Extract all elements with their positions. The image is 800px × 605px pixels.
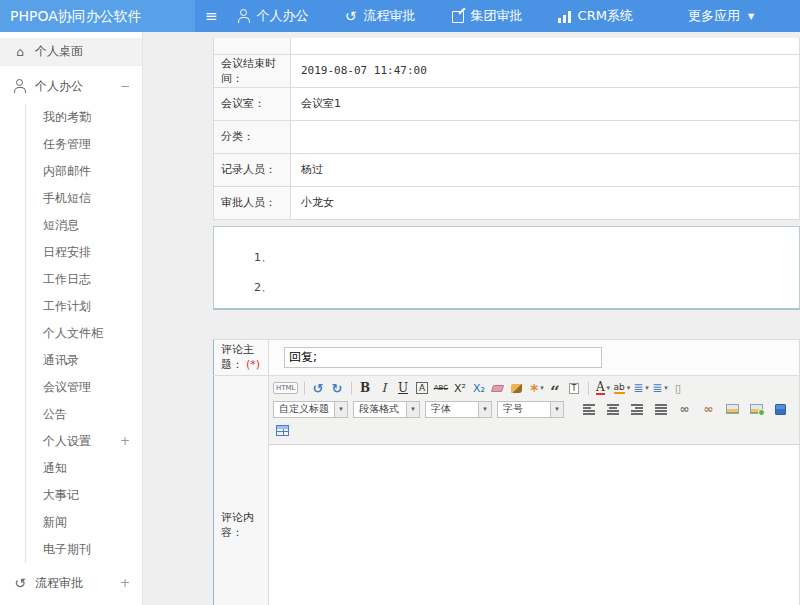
sidebar-item-major-events[interactable]: 大事记 <box>26 482 142 509</box>
field-value: 杨过 <box>291 153 800 186</box>
field-value <box>291 38 800 54</box>
sidebar-item-personal-settings[interactable]: 个人设置 + <box>26 428 142 455</box>
blockquote-icon[interactable]: “ <box>546 379 565 397</box>
sidebar-group-workflow-approval[interactable]: ↺ 流程审批 + <box>0 569 142 597</box>
sidebar-item-short-message[interactable]: 短消息 <box>26 212 142 239</box>
align-left-icon[interactable] <box>579 400 598 418</box>
quick-format-icon[interactable]: * ▾ <box>527 379 546 397</box>
comment-subject-label-cell: 评论主题：(*) <box>214 339 269 375</box>
field-label: 会议室： <box>214 87 291 120</box>
field-label: 审批人员： <box>214 186 291 219</box>
redo-icon[interactable]: ↻ <box>328 379 347 397</box>
sidebar-item-internal-mail[interactable]: 内部邮件 <box>26 158 142 185</box>
app-title: PHPOA协同办公软件 <box>0 0 195 32</box>
remove-format-icon[interactable] <box>489 379 508 397</box>
separator[interactable] <box>304 382 305 395</box>
field-value: 2019-08-07 11:47:00 <box>291 54 800 87</box>
custom-heading-select[interactable]: 自定义标题 ▾ <box>273 401 348 418</box>
nav-more-apps[interactable]: 更多应用 ▼ <box>668 7 754 25</box>
editor-toolbar: HTML ↺ <box>269 376 799 445</box>
underline-icon[interactable]: U <box>394 379 413 397</box>
sidebar-item-news[interactable]: 新闻 <box>26 509 142 536</box>
row-meeting-end-time: 会议结束时间： 2019-08-07 11:47:00 <box>214 54 800 87</box>
nav-personal-office[interactable]: 个人办公 <box>237 7 317 25</box>
unlink-icon[interactable]: ∞ <box>699 400 718 418</box>
comment-content-row: 评论内容： HTML <box>214 375 800 605</box>
collapse-icon: − <box>120 79 130 93</box>
comment-content-label: 评论内容： <box>214 375 269 605</box>
separator[interactable] <box>351 382 352 395</box>
main-content: 会议结束时间： 2019-08-07 11:47:00 会议室： 会议室1 分类… <box>144 32 800 605</box>
sidebar-item-personal-desktop[interactable]: ⌂ 个人桌面 <box>0 38 142 66</box>
highlight-icon[interactable]: ab ▾ <box>612 379 631 397</box>
image-icon[interactable] <box>723 400 742 418</box>
field-value: 会议室1 <box>291 87 800 120</box>
row-meeting-room: 会议室： 会议室1 <box>214 87 800 120</box>
chevron-down-icon: ▼ <box>748 12 754 21</box>
subscript-icon[interactable]: X₂ <box>470 379 489 397</box>
html-source-button[interactable]: HTML <box>273 379 300 397</box>
field-value: 小龙女 <box>291 186 800 219</box>
chevron-down-icon: ▾ <box>406 402 419 417</box>
font-color-icon[interactable]: A ▾ <box>593 379 612 397</box>
sidebar: ⌂ 个人桌面 个人办公 − 我的考勤 任务管理 内部邮件 手机短信 <box>0 32 143 605</box>
nav-crm-system[interactable]: CRM系统 <box>558 7 641 25</box>
comment-subject-row: 评论主题：(*) <box>214 339 800 375</box>
top-nav: ≡ 个人办公 ↺ 流程审批 集团审批 <box>195 0 800 32</box>
field-label: 会议结束时间： <box>214 54 291 87</box>
meeting-content-box: 1、 2、 <box>213 226 800 310</box>
undo-icon[interactable]: ↺ <box>309 379 328 397</box>
media-icon[interactable] <box>771 400 790 418</box>
table-icon[interactable] <box>273 421 292 439</box>
unordered-list-icon[interactable]: ≣ ▾ <box>650 379 669 397</box>
sidebar-item-notification[interactable]: 通知 <box>26 455 142 482</box>
align-right-icon[interactable] <box>627 400 646 418</box>
new-page-icon[interactable]: ▯ <box>669 379 688 397</box>
comment-subject-input[interactable] <box>284 347 602 368</box>
font-box-icon[interactable]: A <box>413 379 432 397</box>
workflow-icon: ↺ <box>13 576 27 590</box>
ordered-list-icon[interactable]: ≣ ▾ <box>631 379 650 397</box>
row-recorder: 记录人员： 杨过 <box>214 153 800 186</box>
paste-text-icon[interactable]: T <box>565 379 584 397</box>
expand-icon: + <box>120 428 130 455</box>
meeting-content-line: 2、 <box>254 273 799 303</box>
bold-icon[interactable]: B <box>356 379 375 397</box>
sidebar-item-my-attendance[interactable]: 我的考勤 <box>26 104 142 131</box>
sidebar-item-task-management[interactable]: 任务管理 <box>26 131 142 158</box>
chevron-down-icon: ▾ <box>334 402 347 417</box>
sidebar-item-contacts[interactable]: 通讯录 <box>26 347 142 374</box>
editor-content-area[interactable] <box>269 445 799 605</box>
nav-group-approval[interactable]: 集团审批 <box>451 7 531 25</box>
sidebar-item-work-plan[interactable]: 工作计划 <box>26 293 142 320</box>
separator[interactable] <box>588 382 589 395</box>
sidebar-item-work-log[interactable]: 工作日志 <box>26 266 142 293</box>
sidebar-item-personal-files[interactable]: 个人文件柜 <box>26 320 142 347</box>
paragraph-format-select[interactable]: 段落格式 ▾ <box>353 401 420 418</box>
link-icon[interactable]: ∞ <box>675 400 694 418</box>
hamburger-menu-icon[interactable]: ≡ <box>205 7 217 25</box>
strikethrough-icon[interactable]: ABC <box>432 379 451 397</box>
italic-icon[interactable]: I <box>375 379 394 397</box>
font-size-select[interactable]: 字号 ▾ <box>497 401 564 418</box>
font-family-select[interactable]: 字体 ▾ <box>425 401 492 418</box>
field-label: 记录人员： <box>214 153 291 186</box>
align-center-icon[interactable] <box>603 400 622 418</box>
sidebar-item-e-journal[interactable]: 电子期刊 <box>26 536 142 563</box>
topbar: PHPOA协同办公软件 ≡ 个人办公 ↺ 流程审批 集团审批 <box>0 0 800 32</box>
sidebar-item-announcement[interactable]: 公告 <box>26 401 142 428</box>
nav-workflow-approval[interactable]: ↺ 流程审批 <box>344 7 424 25</box>
field-label: 分类： <box>214 120 291 153</box>
sidebar-group-personal-office[interactable]: 个人办公 − <box>0 72 142 100</box>
sidebar-item-schedule[interactable]: 日程安排 <box>26 239 142 266</box>
sidebar-item-meeting-management[interactable]: 会议管理 <box>26 374 142 401</box>
superscript-icon[interactable]: X² <box>451 379 470 397</box>
person-icon <box>13 79 27 93</box>
expand-icon: + <box>120 576 130 590</box>
multi-image-icon[interactable] <box>747 400 766 418</box>
align-justify-icon[interactable] <box>651 400 670 418</box>
field-label <box>214 38 291 54</box>
sidebar-item-sms[interactable]: 手机短信 <box>26 185 142 212</box>
row-category: 分类： <box>214 120 800 153</box>
format-brush-icon[interactable] <box>508 379 527 397</box>
